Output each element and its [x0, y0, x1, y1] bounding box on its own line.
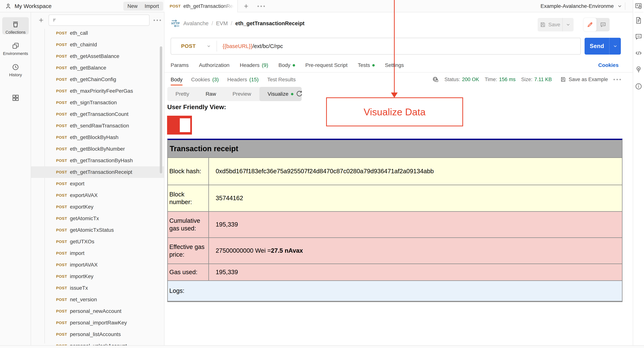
divider: [634, 12, 643, 12]
tab-pre-request-script[interactable]: Pre-request Script: [305, 62, 348, 68]
sidebar-scrollbar[interactable]: [160, 46, 162, 174]
tab-label: Params: [170, 62, 188, 68]
sidebar-item-collections[interactable]: Collections: [0, 20, 31, 35]
sidebar-request-eth_call[interactable]: POSTeth_call: [31, 27, 164, 39]
sidebar-request-importAVAX[interactable]: POSTimportAVAX: [31, 259, 164, 271]
tab-headers[interactable]: Headers(9): [240, 62, 268, 68]
sidebar-request-eth_getBalance[interactable]: POSTeth_getBalance: [31, 62, 164, 74]
open-request-tab[interactable]: POST eth_getTransactionRece: [164, 0, 238, 12]
import-button[interactable]: Import: [140, 2, 163, 11]
row-label: Effective gas price:: [168, 238, 209, 264]
sidebar-request-eth_chainId[interactable]: POSTeth_chainId: [31, 39, 164, 50]
tab-options-icon[interactable]: [258, 6, 265, 7]
request-name: eth_maxPriorityFeePerGas: [70, 88, 133, 94]
method-select[interactable]: POST: [181, 43, 196, 49]
checkbox[interactable]: [180, 118, 190, 132]
sidebar-options-icon[interactable]: [154, 20, 161, 21]
info-icon[interactable]: [635, 82, 642, 90]
table-row: Cumulative gas used:195,339: [168, 212, 622, 238]
save-options-chevron[interactable]: [562, 18, 574, 32]
tab-label: Visualize: [268, 91, 288, 97]
tab-params[interactable]: Params: [170, 62, 188, 68]
send-options-chevron[interactable]: [609, 38, 621, 54]
environment-quick-look-icon[interactable]: [635, 2, 642, 10]
value-text: 0xd5bd167f183efc36e75a925507f24d8470c87c…: [216, 168, 434, 175]
sidebar-request-eth_getBlockByHash[interactable]: POSTeth_getBlockByHash: [31, 132, 164, 143]
add-collection-button[interactable]: [38, 17, 44, 24]
new-tab-button[interactable]: [243, 3, 249, 9]
save-button[interactable]: Save: [538, 18, 574, 32]
response-tab-test-results[interactable]: Test Results: [267, 74, 296, 86]
tab-tests[interactable]: Tests: [358, 62, 374, 68]
top-bar: My Workspace New Import POST eth_getTran…: [0, 0, 644, 12]
sidebar-item-blocks[interactable]: [0, 94, 31, 103]
sidebar-request-eth_maxPriorityFeePerGas[interactable]: POSTeth_maxPriorityFeePerGas: [31, 85, 164, 97]
sidebar-request-eth_sendRawTransaction[interactable]: POSTeth_sendRawTransaction: [31, 120, 164, 132]
sidebar-request-export[interactable]: POSTexport: [31, 178, 164, 190]
comments-icon[interactable]: [635, 33, 642, 40]
sidebar-request-net_version[interactable]: POSTnet_version: [31, 294, 164, 306]
view-tab-pretty[interactable]: Pretty: [167, 87, 197, 101]
sidebar-request-importKey[interactable]: POSTimportKey: [31, 271, 164, 282]
response-options-icon[interactable]: [614, 79, 621, 80]
sidebar-item-environments[interactable]: Environments: [0, 42, 31, 56]
workspace-switcher[interactable]: My Workspace: [5, 0, 52, 12]
row-label: Block number:: [168, 185, 209, 211]
sidebar-request-personal_listAccounts[interactable]: POSTpersonal_listAccounts: [31, 328, 164, 340]
breadcrumb-item[interactable]: Avalanche: [183, 20, 208, 26]
view-tab-preview[interactable]: Preview: [224, 87, 260, 101]
method-badge: POST: [56, 147, 67, 151]
sidebar-request-eth_getTransactionCount[interactable]: POSTeth_getTransactionCount: [31, 108, 164, 120]
request-name: getUTXOs: [70, 239, 94, 245]
sidebar-request-personal_unlockAccount[interactable]: POSTpersonal_unlockAccount: [31, 340, 164, 346]
user-friendly-toggle[interactable]: [167, 116, 192, 134]
tab-label: Headers: [227, 77, 247, 82]
save-as-example-button[interactable]: Save as Example: [560, 76, 608, 82]
response-tab-headers[interactable]: Headers(15): [227, 74, 259, 86]
lightbulb-icon[interactable]: [635, 66, 642, 74]
sidebar-request-exportAVAX[interactable]: POSTexportAVAX: [31, 190, 164, 201]
filter-input[interactable]: [60, 16, 149, 25]
sidebar-request-getAtomicTxStatus[interactable]: POSTgetAtomicTxStatus: [31, 224, 164, 236]
sidebar-request-personal_importRawKey[interactable]: POSTpersonal_importRawKey: [31, 317, 164, 328]
code-icon[interactable]: [635, 49, 642, 57]
sidebar-request-eth_getChainConfig[interactable]: POSTeth_getChainConfig: [31, 74, 164, 85]
new-button[interactable]: New: [123, 2, 142, 11]
tab-count-badge: (9): [262, 62, 268, 68]
tab-authorization[interactable]: Authorization: [199, 62, 229, 68]
cookies-link[interactable]: Cookies: [598, 58, 618, 72]
method-badge: POST: [56, 112, 67, 116]
request-name: eth_getTransactionCount: [70, 111, 128, 117]
refresh-icon[interactable]: [295, 90, 304, 98]
sidebar-request-eth_getTransactionByHash[interactable]: POSTeth_getTransactionByHash: [31, 155, 164, 166]
sidebar-request-eth_getTransactionReceipt[interactable]: POSTeth_getTransactionReceipt: [31, 166, 164, 178]
method-badge: POST: [56, 124, 67, 128]
tab-body[interactable]: Body: [278, 62, 295, 68]
sidebar-item-history[interactable]: History: [0, 63, 31, 77]
view-tab-raw[interactable]: Raw: [197, 87, 224, 101]
sidebar-request-eth_getAssetBalance[interactable]: POSTeth_getAssetBalance: [31, 50, 164, 62]
sidebar-request-import[interactable]: POSTimport: [31, 248, 164, 259]
comment-mode-button[interactable]: [596, 18, 610, 32]
edit-mode-button[interactable]: [584, 18, 596, 32]
sidebar-request-exportKey[interactable]: POSTexportKey: [31, 201, 164, 213]
sidebar-request-eth_getBlockByNumber[interactable]: POSTeth_getBlockByNumber: [31, 143, 164, 155]
url-input[interactable]: {{baseURL}}/ext/bc/C/rpc: [222, 43, 283, 49]
rail-label: Environments: [3, 51, 28, 56]
sidebar-request-getAtomicTx[interactable]: POSTgetAtomicTx: [31, 213, 164, 224]
breadcrumb-item[interactable]: EVM: [216, 20, 228, 26]
sidebar-request-getUTXOs[interactable]: POSTgetUTXOs: [31, 236, 164, 248]
documentation-icon[interactable]: [635, 16, 642, 24]
sidebar-request-issueTx[interactable]: POSTissueTx: [31, 282, 164, 294]
sidebar-request-personal_newAccount[interactable]: POSTpersonal_newAccount: [31, 306, 164, 317]
environment-selector[interactable]: Example-Avalanche-Environme: [540, 0, 622, 12]
response-tab-cookies[interactable]: Cookies(3): [191, 74, 219, 86]
main-pane: HTTP Avalanche/EVM/eth_getTransactionRec…: [164, 12, 633, 346]
sidebar-request-eth_signTransaction[interactable]: POSTeth_signTransaction: [31, 97, 164, 108]
send-button[interactable]: Send: [584, 38, 621, 54]
method-badge: POST: [56, 297, 67, 302]
row-value: 195,339: [209, 264, 622, 280]
table-row: Block hash:0xd5bd167f183efc36e75a925507f…: [168, 158, 622, 185]
response-tab-body[interactable]: Body: [170, 74, 182, 86]
blocks-icon: [12, 94, 20, 102]
